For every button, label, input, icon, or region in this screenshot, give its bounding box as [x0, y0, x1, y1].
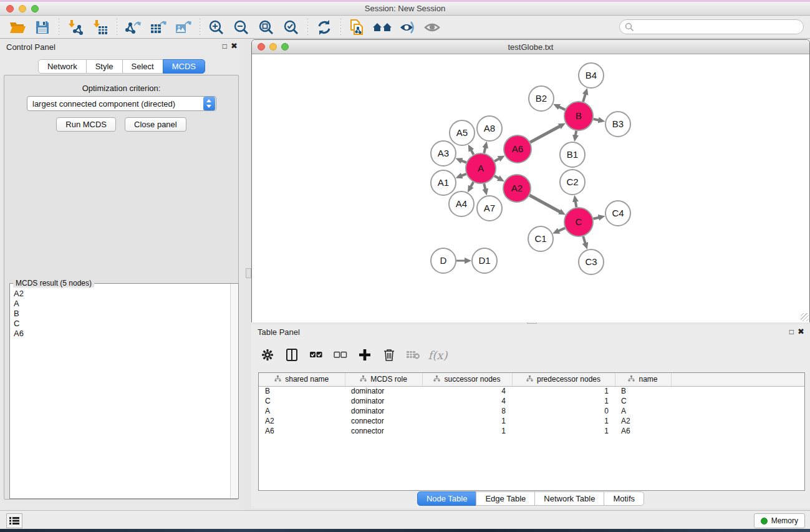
mcds-result-item[interactable]: A6 — [11, 329, 229, 339]
edge-A-A4[interactable] — [471, 182, 473, 187]
close-table-panel-icon[interactable]: ✖ — [798, 327, 804, 336]
cell-MCDS-role[interactable]: connector — [345, 416, 422, 426]
edge-C-C2[interactable] — [576, 201, 577, 208]
cell-predecessor-nodes[interactable]: 1 — [512, 386, 615, 396]
table-row[interactable]: Adominator80A — [259, 406, 804, 416]
network-window-titlebar[interactable]: testGlobe.txt — [252, 40, 809, 54]
mcds-result-item[interactable]: C — [11, 319, 229, 329]
column-header-name[interactable]: name — [615, 373, 671, 386]
network-minimize-button[interactable] — [269, 43, 277, 51]
column-header-shared-name[interactable]: shared name — [259, 373, 345, 386]
column-header-successor-nodes[interactable]: successor nodes — [422, 373, 512, 386]
cell-shared-name[interactable]: A2 — [259, 416, 345, 426]
task-history-button[interactable] — [6, 513, 22, 528]
delete-table-button[interactable] — [403, 345, 423, 365]
network-close-button[interactable] — [258, 43, 265, 51]
column-header-predecessor-nodes[interactable]: predecessor nodes — [512, 373, 615, 386]
edge-A2-C[interactable] — [529, 195, 560, 212]
cell-successor-nodes[interactable]: 1 — [422, 426, 512, 436]
edge-A-A3[interactable] — [461, 161, 466, 163]
cell-name[interactable]: C — [615, 396, 671, 406]
cell-name[interactable]: A — [615, 406, 671, 416]
column-header-MCDS-role[interactable]: MCDS role — [345, 373, 422, 386]
save-session-button[interactable] — [30, 17, 55, 37]
create-column-button[interactable] — [355, 345, 375, 365]
close-panel-icon[interactable]: ✖ — [231, 42, 238, 51]
import-table-button[interactable] — [88, 17, 113, 37]
edge-C-C3[interactable] — [583, 236, 586, 244]
cell-MCDS-role[interactable]: connector — [345, 426, 422, 436]
tab-network[interactable]: Network — [38, 59, 87, 74]
table-row[interactable]: Bdominator41B — [259, 386, 804, 396]
edge-A-A7[interactable] — [484, 183, 485, 189]
zoom-selected-button[interactable] — [279, 17, 304, 37]
import-network-button[interactable] — [63, 17, 88, 37]
edge-A6-B[interactable] — [530, 126, 560, 142]
table-row[interactable]: A6connector11A6 — [259, 426, 804, 436]
mcds-result-item[interactable]: A2 — [11, 289, 229, 299]
resize-grip-icon[interactable] — [801, 313, 809, 321]
cell-predecessor-nodes[interactable]: 1 — [512, 426, 615, 436]
zoom-in-button[interactable] — [204, 17, 229, 37]
table-row[interactable]: Cdominator41C — [259, 396, 804, 406]
refresh-button[interactable] — [312, 17, 337, 37]
close-panel-button[interactable]: Close panel — [125, 117, 186, 132]
select-all-rows-button[interactable] — [306, 345, 326, 365]
deselect-all-rows-button[interactable] — [330, 345, 350, 365]
cell-shared-name[interactable]: B — [259, 386, 345, 396]
edge-A-A1[interactable] — [461, 174, 466, 176]
edge-C-C1[interactable] — [558, 228, 565, 231]
duplicate-network-button[interactable] — [345, 17, 370, 37]
edge-B-B4[interactable] — [583, 94, 586, 102]
delete-column-button[interactable] — [379, 345, 399, 365]
tab-select[interactable]: Select — [122, 59, 163, 74]
mcds-result-item[interactable]: B — [11, 309, 229, 319]
cell-MCDS-role[interactable]: dominator — [345, 396, 422, 406]
run-mcds-button[interactable]: Run MCDS — [56, 117, 116, 132]
open-session-button[interactable] — [5, 17, 30, 37]
function-builder-button[interactable]: f(x) — [428, 345, 448, 365]
export-table-button[interactable] — [146, 17, 171, 37]
edge-A-A8[interactable] — [484, 147, 485, 153]
tab-motifs[interactable]: Motifs — [604, 491, 644, 506]
cell-shared-name[interactable]: A — [259, 406, 345, 416]
criterion-select[interactable]: largest connected component (directed) — [27, 96, 216, 111]
cell-name[interactable]: B — [615, 386, 671, 396]
cell-shared-name[interactable]: C — [259, 396, 345, 406]
edge-A-A5[interactable] — [471, 150, 473, 155]
mcds-result-scrollbar[interactable] — [230, 284, 238, 498]
vertical-split-handle[interactable] — [246, 268, 251, 278]
cell-predecessor-nodes[interactable]: 0 — [512, 406, 615, 416]
cell-MCDS-role[interactable]: dominator — [345, 386, 422, 396]
close-window-button[interactable] — [6, 5, 14, 12]
cell-name[interactable]: A6 — [615, 426, 671, 436]
edge-A-A2[interactable] — [494, 176, 499, 178]
search-input[interactable] — [619, 19, 804, 34]
table-settings-button[interactable] — [258, 345, 277, 365]
cell-successor-nodes[interactable]: 1 — [422, 416, 512, 426]
float-panel-icon[interactable]: □ — [223, 42, 227, 51]
home-button[interactable] — [370, 17, 395, 37]
cell-predecessor-nodes[interactable]: 1 — [512, 396, 615, 406]
node-table-container[interactable]: shared nameMCDS rolesuccessor nodesprede… — [258, 372, 805, 491]
show-all-button[interactable] — [420, 17, 445, 37]
column-visibility-button[interactable] — [282, 345, 302, 365]
edge-C-C4[interactable] — [593, 218, 599, 219]
export-network-button[interactable] — [121, 17, 146, 37]
edge-B-B3[interactable] — [594, 119, 599, 120]
mcds-result-item[interactable]: A — [11, 299, 229, 309]
cell-predecessor-nodes[interactable]: 1 — [512, 416, 615, 426]
edge-B-B1[interactable] — [576, 131, 576, 136]
float-table-panel-icon[interactable]: □ — [789, 327, 794, 336]
memory-button[interactable]: Memory — [754, 513, 805, 528]
table-row[interactable]: A2connector11A2 — [259, 416, 804, 426]
cell-successor-nodes[interactable]: 4 — [422, 386, 512, 396]
tab-mcds[interactable]: MCDS — [163, 59, 205, 74]
edge-B-B2[interactable] — [559, 107, 565, 110]
zoom-fit-button[interactable] — [254, 17, 279, 37]
cell-shared-name[interactable]: A6 — [259, 426, 345, 436]
hide-details-button[interactable] — [395, 17, 420, 37]
tab-node-table[interactable]: Node Table — [417, 491, 477, 506]
cell-MCDS-role[interactable]: dominator — [345, 406, 422, 416]
network-zoom-button[interactable] — [281, 43, 289, 51]
